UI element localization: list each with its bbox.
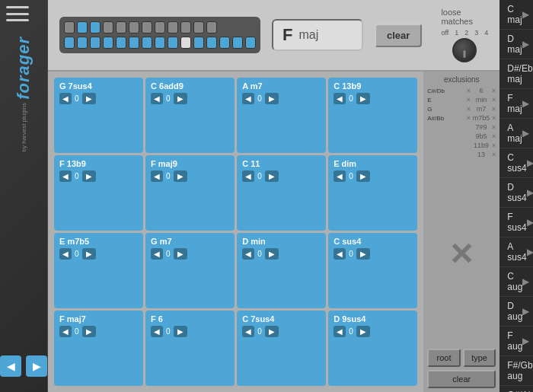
chord-play-btn[interactable]: ▶: [82, 93, 96, 104]
chord-prev-btn[interactable]: ◀: [59, 326, 72, 337]
chord-cell[interactable]: F maj9 ◀ 0 ▶: [145, 155, 235, 231]
chord-play-btn[interactable]: ▶: [82, 171, 96, 182]
piano-key[interactable]: [103, 21, 113, 33]
chord-prev-btn[interactable]: ◀: [59, 93, 72, 104]
result-item[interactable]: D maj ▶: [499, 30, 533, 59]
result-item[interactable]: D aug ▶: [499, 297, 533, 327]
result-item[interactable]: C aug ▶: [499, 267, 533, 297]
piano-key[interactable]: [90, 21, 101, 33]
piano-key[interactable]: [180, 21, 191, 33]
chord-prev-btn[interactable]: ◀: [242, 171, 254, 182]
piano-key[interactable]: [180, 37, 191, 49]
chord-prev-btn[interactable]: ◀: [242, 93, 254, 104]
piano-keyboard[interactable]: [59, 17, 260, 53]
chord-prev-btn[interactable]: ◀: [151, 326, 163, 337]
piano-key[interactable]: [155, 21, 165, 33]
chord-play-btn[interactable]: ▶: [174, 93, 187, 104]
excl-x2[interactable]: ×: [492, 87, 496, 94]
chord-play-btn[interactable]: ▶: [356, 248, 370, 260]
loose-matches-knob[interactable]: [452, 38, 477, 62]
result-item[interactable]: C sus4 ▶: [499, 148, 533, 178]
piano-key[interactable]: [168, 37, 178, 49]
chord-cell[interactable]: C 7sus4 ◀ 0 ▶: [237, 311, 326, 386]
chord-play-btn[interactable]: ▶: [265, 248, 279, 260]
chord-cell[interactable]: D min ◀ 0 ▶: [237, 233, 326, 308]
excl-x2[interactable]: ×: [492, 96, 496, 104]
result-item[interactable]: F aug ▶: [499, 327, 533, 356]
hamburger-menu[interactable]: [6, 6, 29, 21]
result-item[interactable]: F maj ▶: [499, 89, 533, 119]
chord-cell[interactable]: F maj7 ◀ 0 ▶: [54, 311, 143, 386]
excl-x2[interactable]: ×: [492, 105, 496, 113]
exclusions-clear-button[interactable]: clear: [427, 370, 496, 388]
chord-cell[interactable]: F 13b9 ◀ 0 ▶: [54, 155, 143, 231]
piano-key[interactable]: [64, 21, 75, 33]
piano-key[interactable]: [103, 37, 113, 49]
chord-cell[interactable]: E m7b5 ◀ 0 ▶: [54, 233, 143, 308]
excl-x2[interactable]: ×: [492, 132, 496, 140]
piano-key[interactable]: [116, 37, 126, 49]
result-item[interactable]: F sus4 ▶: [499, 208, 533, 237]
chord-prev-btn[interactable]: ◀: [59, 171, 72, 182]
chord-prev-btn[interactable]: ◀: [334, 326, 346, 337]
chord-cell[interactable]: C 13b9 ◀ 0 ▶: [328, 78, 417, 153]
excl-x2[interactable]: ×: [492, 123, 496, 131]
piano-key[interactable]: [90, 37, 101, 49]
result-item[interactable]: D#/Eb maj ▶: [499, 59, 533, 89]
chord-cell[interactable]: C 11 ◀ 0 ▶: [237, 155, 326, 231]
result-item[interactable]: A maj ▶: [499, 119, 533, 148]
chord-prev-btn[interactable]: ◀: [151, 171, 163, 182]
chord-prev-btn[interactable]: ◀: [242, 248, 254, 260]
root-button[interactable]: root: [427, 349, 461, 367]
piano-key[interactable]: [168, 21, 178, 33]
piano-key[interactable]: [193, 21, 204, 33]
piano-key[interactable]: [193, 37, 204, 49]
chord-cell[interactable]: D 9sus4 ◀ 0 ▶: [328, 311, 417, 386]
piano-key[interactable]: [116, 21, 126, 33]
piano-key[interactable]: [206, 21, 217, 33]
chord-play-btn[interactable]: ▶: [174, 248, 187, 260]
nav-left-arrow[interactable]: ◀: [0, 355, 21, 377]
piano-key[interactable]: [142, 37, 152, 49]
type-button[interactable]: type: [463, 349, 496, 367]
chord-cell[interactable]: C 6add9 ◀ 0 ▶: [145, 78, 235, 153]
chord-play-btn[interactable]: ▶: [82, 326, 96, 337]
chord-play-btn[interactable]: ▶: [82, 248, 96, 260]
chord-play-btn[interactable]: ▶: [356, 326, 370, 337]
chord-cell[interactable]: G 7sus4 ◀ 0 ▶: [54, 78, 143, 153]
chord-cell[interactable]: G m7 ◀ 0 ▶: [145, 233, 235, 308]
chord-cell[interactable]: F 6 ◀ 0 ▶: [145, 311, 235, 386]
chord-prev-btn[interactable]: ◀: [151, 93, 163, 104]
result-item[interactable]: A sus4 ▶: [499, 237, 533, 267]
chord-cell[interactable]: C sus4 ◀ 0 ▶: [328, 233, 417, 308]
piano-key[interactable]: [206, 37, 217, 49]
nav-right-arrow[interactable]: ▶: [26, 355, 47, 377]
result-item[interactable]: F#/Gb aug ▶: [499, 356, 533, 386]
piano-key[interactable]: [64, 37, 75, 49]
piano-key[interactable]: [129, 21, 139, 33]
piano-key[interactable]: [77, 37, 88, 49]
piano-key[interactable]: [142, 21, 152, 33]
chord-play-btn[interactable]: ▶: [174, 326, 187, 337]
chord-prev-btn[interactable]: ◀: [334, 248, 346, 260]
excl-x2[interactable]: ×: [492, 114, 496, 122]
chord-play-btn[interactable]: ▶: [265, 171, 279, 182]
chord-cell[interactable]: A m7 ◀ 0 ▶: [237, 78, 326, 153]
chord-prev-btn[interactable]: ◀: [59, 248, 72, 260]
excl-x2[interactable]: ×: [492, 142, 496, 149]
result-item[interactable]: C maj ▶: [499, 0, 533, 30]
piano-key[interactable]: [245, 37, 256, 49]
chord-cell[interactable]: E dim ◀ 0 ▶: [328, 155, 417, 231]
piano-key[interactable]: [232, 37, 243, 49]
chord-prev-btn[interactable]: ◀: [151, 248, 163, 260]
chord-play-btn[interactable]: ▶: [174, 171, 187, 182]
result-item[interactable]: D sus4 ▶: [499, 178, 533, 208]
chord-prev-btn[interactable]: ◀: [334, 93, 346, 104]
piano-key[interactable]: [155, 37, 165, 49]
piano-key[interactable]: [219, 37, 230, 49]
result-item[interactable]: G#/Ab aug ▶: [499, 386, 533, 392]
excl-x2[interactable]: ×: [492, 151, 496, 158]
piano-key[interactable]: [129, 37, 139, 49]
piano-key[interactable]: [77, 21, 88, 33]
chord-prev-btn[interactable]: ◀: [242, 326, 254, 337]
